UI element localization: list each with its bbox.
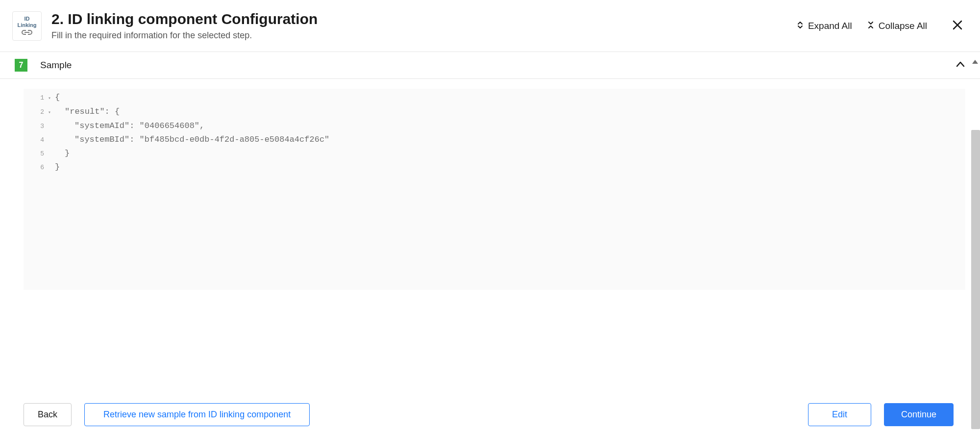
code-text: "result": { [55, 105, 120, 118]
close-button[interactable] [950, 17, 965, 34]
code-line: 5} [24, 147, 965, 160]
code-line: 2▾"result": { [24, 105, 965, 119]
code-line: 6} [24, 160, 965, 174]
retrieve-sample-button[interactable]: Retrieve new sample from ID linking comp… [84, 403, 310, 426]
code-line: 3"systemAId": "0406654608", [24, 119, 965, 133]
scroll-up-indicator[interactable] [972, 60, 978, 64]
code-line: 4"systemBId": "bf485bcd-e0db-4f2d-a805-e… [24, 133, 965, 147]
chevron-up-icon [956, 60, 965, 70]
code-text: "systemAId": "0406654608", [55, 119, 204, 132]
json-sample-editor[interactable]: 1▾{2▾"result": {3"systemAId": "040665460… [24, 89, 965, 290]
code-line: 1▾{ [24, 91, 965, 105]
fold-icon [867, 21, 875, 31]
page-title: 2. ID linking component Configuration [51, 11, 794, 27]
page-subtitle: Fill in the required information for the… [51, 30, 794, 41]
step-number-badge: 7 [15, 59, 27, 72]
unfold-icon [796, 21, 804, 31]
gutter-line-number: 4 [24, 133, 48, 147]
expand-all-button[interactable]: Expand All [794, 19, 854, 33]
gutter-line-number: 3 [24, 120, 48, 133]
scrollbar-thumb[interactable] [971, 130, 980, 429]
gutter-line-number: 6 [24, 161, 48, 174]
fold-marker-icon[interactable]: ▾ [48, 106, 55, 119]
gutter-line-number: 2 [24, 105, 48, 119]
edit-button[interactable]: Edit [808, 403, 871, 426]
back-button[interactable]: Back [24, 403, 72, 426]
logo-text-line1: ID [24, 16, 30, 22]
header-actions: Expand All Collapse All [794, 17, 965, 34]
code-text: "systemBId": "bf485bcd-e0db-4f2d-a805-e5… [55, 133, 329, 146]
config-header: ID Linking 2. ID linking component Confi… [0, 0, 980, 52]
editor-area: 1▾{2▾"result": {3"systemAId": "040665460… [0, 79, 980, 295]
link-icon [20, 29, 34, 36]
code-text: { [55, 91, 60, 104]
logo-text-line2: Linking [17, 23, 36, 28]
gutter-line-number: 5 [24, 147, 48, 160]
component-logo: ID Linking [12, 11, 42, 41]
fold-marker-icon[interactable]: ▾ [48, 92, 55, 105]
close-icon [952, 25, 963, 32]
title-block: 2. ID linking component Configuration Fi… [51, 11, 794, 41]
collapse-all-label: Collapse All [879, 21, 927, 31]
continue-button[interactable]: Continue [884, 403, 954, 426]
section-title: Sample [40, 60, 956, 71]
code-text: } [55, 147, 70, 160]
section-sample-header[interactable]: 7 Sample [0, 52, 980, 79]
footer-actions: Back Retrieve new sample from ID linking… [0, 403, 968, 426]
collapse-all-button[interactable]: Collapse All [865, 19, 929, 33]
gutter-line-number: 1 [24, 91, 48, 104]
code-text: } [55, 160, 60, 174]
expand-all-label: Expand All [808, 21, 852, 31]
